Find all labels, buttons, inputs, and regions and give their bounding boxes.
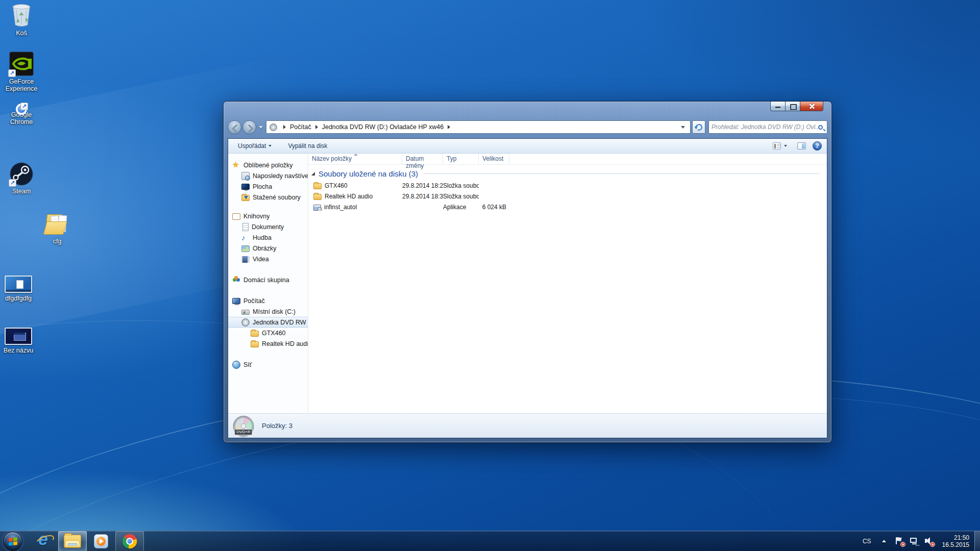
explorer-folder-icon xyxy=(64,535,81,548)
sidebar-item-downloads[interactable]: Stažené soubory xyxy=(228,192,308,203)
taskbar-button-chrome[interactable] xyxy=(115,531,144,551)
address-dropdown-icon[interactable] xyxy=(681,126,685,129)
action-center-flag-icon[interactable] xyxy=(895,537,903,545)
desktop-icon-label: Bez názvu xyxy=(4,347,33,354)
sidebar-item-desktop[interactable]: Plocha xyxy=(228,181,308,192)
group-collapse-icon xyxy=(311,172,315,176)
desktop-icon-dfgdfgdfg[interactable]: dfgdfgdfg xyxy=(0,276,40,302)
media-player-icon xyxy=(94,534,108,548)
breadcrumb[interactable]: Počítač Jednotka DVD RW (D:) Ovladače HP… xyxy=(266,120,691,134)
breadcrumb-item-computer[interactable]: Počítač xyxy=(290,123,311,131)
chevron-down-icon xyxy=(784,145,787,147)
disc-type-badge: DVD+R xyxy=(234,429,252,435)
sidebar-item-videos[interactable]: Videa xyxy=(228,254,308,264)
pictures-icon xyxy=(241,245,250,252)
error-badge-icon xyxy=(900,542,905,547)
sidebar-item-realtek-hd-audio[interactable]: Realtek HD audio xyxy=(228,338,308,349)
language-indicator[interactable]: CS xyxy=(857,538,876,545)
forward-button[interactable] xyxy=(242,120,256,134)
table-row[interactable]: GTX460 29.8.2014 18:28 Složka souborů xyxy=(308,180,827,191)
taskbar-button-windows-explorer-active[interactable] xyxy=(58,531,87,551)
back-button[interactable] xyxy=(228,120,241,134)
sidebar-section-homegroup[interactable]: Domácí skupina xyxy=(228,274,308,285)
sidebar-section-favorites[interactable]: Oblíbené položky xyxy=(228,160,308,170)
file-name: GTX460 xyxy=(325,182,348,189)
file-type: Složka souborů xyxy=(443,193,479,200)
navigation-pane: Oblíbené položky Naposledy navštíven Plo… xyxy=(228,154,308,413)
start-button[interactable] xyxy=(3,532,22,551)
music-icon xyxy=(241,234,250,242)
maximize-button[interactable] xyxy=(786,102,800,111)
burn-to-disc-button[interactable]: Vypálit na disk xyxy=(284,141,331,151)
breadcrumb-separator-icon xyxy=(283,125,286,129)
taskbar-button-media-player[interactable] xyxy=(87,531,115,551)
sidebar-item-local-disk-c[interactable]: Místní disk (C:) xyxy=(228,306,308,317)
minimize-button[interactable] xyxy=(770,102,786,111)
command-toolbar: Uspořádat Vypálit na disk xyxy=(228,139,827,154)
refresh-button[interactable] xyxy=(692,120,705,134)
clock[interactable]: 21:50 16.5.2015 xyxy=(942,534,969,548)
show-desktop-button[interactable] xyxy=(974,531,980,551)
close-button[interactable] xyxy=(800,102,823,111)
sidebar-item-recent-places[interactable]: Naposledy navštíven xyxy=(228,170,308,181)
search-input[interactable] xyxy=(712,123,818,131)
taskbar: CS 21:50 16.5.2015 xyxy=(0,531,980,551)
network-status-icon[interactable] xyxy=(910,537,918,545)
column-header-date-modified[interactable]: Datum změny xyxy=(402,154,443,164)
column-header-size[interactable]: Velikost xyxy=(479,154,509,164)
file-date: 29.8.2014 18:31 xyxy=(402,193,443,200)
drive-icon xyxy=(270,123,277,131)
open-folder-icon xyxy=(44,212,70,236)
taskbar-button-internet-explorer[interactable] xyxy=(30,531,58,551)
address-bar-row: Počítač Jednotka DVD RW (D:) Ovladače HP… xyxy=(228,119,827,135)
desktop-icon-steam[interactable]: Steam xyxy=(0,162,43,195)
search-box[interactable] xyxy=(708,120,827,134)
sidebar-item-pictures[interactable]: Obrázky xyxy=(228,243,308,254)
help-button[interactable] xyxy=(813,141,822,151)
column-header-type[interactable]: Typ xyxy=(443,154,479,164)
clock-date: 16.5.2015 xyxy=(942,541,969,548)
desktop-icon-geforce-experience[interactable]: GeForce Experience xyxy=(0,52,43,92)
sidebar-item-documents[interactable]: Dokumenty xyxy=(228,221,308,232)
computer-icon xyxy=(232,298,240,304)
desktop-icon xyxy=(241,184,250,190)
recent-pages-chevron-icon[interactable] xyxy=(259,126,263,129)
desktop-icon-google-chrome[interactable]: Google Chrome xyxy=(0,109,43,126)
preview-pane-button[interactable] xyxy=(797,142,806,149)
change-view-button[interactable] xyxy=(769,141,791,151)
table-row[interactable]: Realtek HD audio 29.8.2014 18:31 Složka … xyxy=(308,191,827,202)
folder-icon xyxy=(251,341,259,347)
refresh-icon xyxy=(695,123,703,132)
sidebar-item-dvd-drive-selected[interactable]: Jednotka DVD RW (D xyxy=(228,317,308,328)
sidebar-section-computer[interactable]: Počítač xyxy=(228,295,308,306)
downloads-icon xyxy=(241,195,250,201)
breadcrumb-item-dvd-drive[interactable]: Jednotka DVD RW (D:) Ovladače HP xw46 xyxy=(322,123,444,131)
file-type: Složka souborů xyxy=(443,182,479,189)
breadcrumb-separator-icon xyxy=(315,125,318,129)
show-hidden-icons-button[interactable] xyxy=(882,540,886,542)
sidebar-section-libraries[interactable]: Knihovny xyxy=(228,211,308,221)
desktop-icon-bez-nazvu[interactable]: Bez názvu xyxy=(0,328,40,354)
dvd-disc-icon: DVD+R xyxy=(233,416,254,436)
items-count: Položky: 3 xyxy=(262,422,292,430)
explorer-window: Počítač Jednotka DVD RW (D:) Ovladače HP… xyxy=(223,101,832,443)
desktop-icon-recycle-bin[interactable]: Koš xyxy=(0,3,43,37)
sidebar-item-music[interactable]: Hudba xyxy=(228,232,308,243)
recycle-bin-icon xyxy=(10,3,33,28)
column-headers: Název položky Datum změny Typ Velikost xyxy=(308,154,827,165)
sidebar-item-gtx460[interactable]: GTX460 xyxy=(228,328,308,338)
image-thumbnail-icon xyxy=(5,328,32,345)
sidebar-section-network[interactable]: Síť xyxy=(228,359,308,370)
table-row[interactable]: infinst_autol Aplikace 6 024 kB xyxy=(308,202,827,212)
volume-muted-icon[interactable] xyxy=(924,537,933,545)
window-client-area: Uspořádat Vypálit na disk Ob xyxy=(228,138,827,438)
desktop-icon-label: Koš xyxy=(16,30,27,37)
organize-button[interactable]: Uspořádat xyxy=(234,141,275,151)
file-name: Realtek HD audio xyxy=(325,193,373,200)
file-size: 6 024 kB xyxy=(479,204,509,211)
hard-disk-icon xyxy=(241,310,250,315)
file-group-header[interactable]: Soubory uložené na disku (3) xyxy=(311,169,820,178)
desktop-icon-label: Steam xyxy=(12,188,31,195)
desktop-icon-cfg-folder[interactable]: cfg xyxy=(36,212,79,245)
homegroup-icon xyxy=(232,276,240,284)
